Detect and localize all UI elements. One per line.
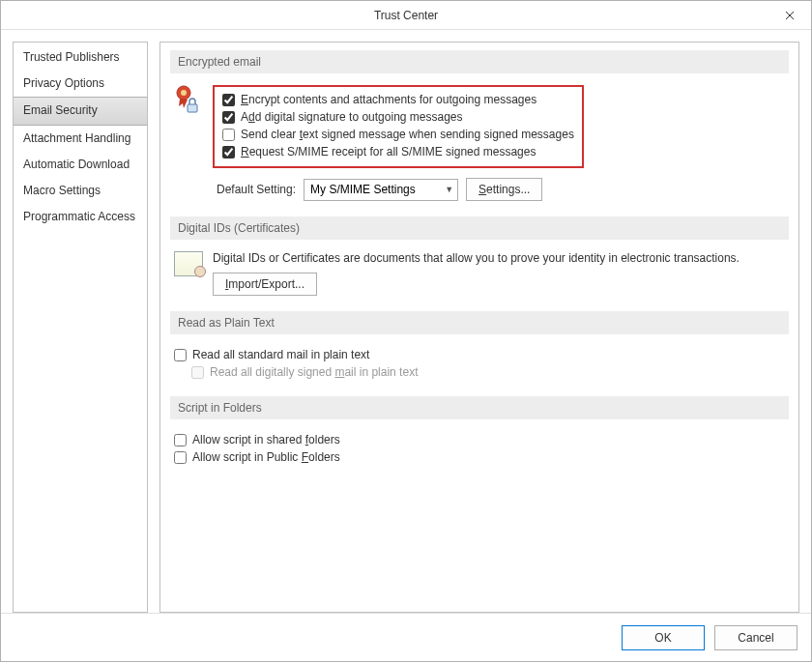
dialog-footer: OK Cancel <box>1 613 811 661</box>
section-digital-ids: Digital IDs or Certificates are document… <box>170 251 789 307</box>
sidebar-item-email-security[interactable]: Email Security <box>14 97 147 125</box>
default-setting-value: My S/MIME Settings <box>310 183 416 196</box>
settings-button[interactable]: Settings... <box>466 178 542 201</box>
checkbox-clear-text[interactable] <box>222 129 235 141</box>
label-script-shared: Allow script in shared folders <box>192 433 340 446</box>
digital-ids-text: Digital IDs or Certificates are document… <box>213 251 740 265</box>
sidebar-item-programmatic-access[interactable]: Programmatic Access <box>14 204 147 230</box>
section-script: Allow script in shared folders Allow scr… <box>170 431 789 477</box>
svg-point-1 <box>181 90 187 96</box>
section-encrypted: Encrypt contents and attachments for out… <box>170 85 789 213</box>
cancel-button[interactable]: Cancel <box>714 625 798 650</box>
sidebar: Trusted Publishers Privacy Options Email… <box>13 42 148 613</box>
chevron-down-icon: ▼ <box>445 185 453 194</box>
checkbox-read-signed-plain <box>191 366 204 379</box>
label-read-signed-plain: Read all digitally signed mail in plain … <box>210 365 418 379</box>
section-header-script: Script in Folders <box>170 396 789 419</box>
option-script-public[interactable]: Allow script in Public Folders <box>174 448 785 466</box>
checkbox-encrypt-contents[interactable] <box>222 94 235 106</box>
content-area: Trusted Publishers Privacy Options Email… <box>1 30 811 613</box>
option-read-standard-plain[interactable]: Read all standard mail in plain text <box>174 346 785 363</box>
section-plain-text: Read all standard mail in plain text Rea… <box>170 346 789 392</box>
close-button[interactable] <box>768 1 811 30</box>
default-setting-row: Default Setting: My S/MIME Settings ▼ Se… <box>217 178 584 201</box>
svg-rect-2 <box>188 104 197 112</box>
section-header-digital-ids: Digital IDs (Certificates) <box>170 216 789 240</box>
option-read-signed-plain: Read all digitally signed mail in plain … <box>191 363 785 381</box>
checkbox-script-shared[interactable] <box>174 434 187 446</box>
checkbox-read-standard-plain[interactable] <box>174 349 187 361</box>
label-script-public: Allow script in Public Folders <box>192 450 340 464</box>
section-header-plain-text: Read as Plain Text <box>170 311 789 334</box>
titlebar: Trust Center <box>1 1 811 30</box>
sidebar-item-automatic-download[interactable]: Automatic Download <box>14 152 147 178</box>
option-clear-text[interactable]: Send clear text signed message when send… <box>222 126 574 143</box>
default-setting-dropdown[interactable]: My S/MIME Settings ▼ <box>304 179 458 201</box>
option-smime-receipt[interactable]: Request S/MIME receipt for all S/MIME si… <box>222 143 574 160</box>
import-export-button[interactable]: Import/Export... <box>213 273 317 296</box>
trust-center-window: Trust Center Trusted Publishers Privacy … <box>0 0 812 662</box>
option-add-signature[interactable]: Add digital signature to outgoing messag… <box>222 108 574 126</box>
default-setting-label: Default Setting: <box>217 183 296 196</box>
main-panel: Encrypted email <box>160 42 799 613</box>
close-icon <box>785 11 795 20</box>
checkbox-add-signature[interactable] <box>222 111 235 124</box>
checkbox-smime-receipt[interactable] <box>222 146 235 158</box>
label-read-standard-plain: Read all standard mail in plain text <box>192 348 369 361</box>
sidebar-item-privacy-options[interactable]: Privacy Options <box>14 71 147 97</box>
sidebar-item-attachment-handling[interactable]: Attachment Handling <box>14 126 147 152</box>
certificate-icon <box>174 251 203 276</box>
ok-button[interactable]: OK <box>622 625 705 650</box>
label-add-signature: Add digital signature to outgoing messag… <box>241 110 463 124</box>
label-encrypt-contents: Encrypt contents and attachments for out… <box>241 93 536 106</box>
label-clear-text: Send clear text signed message when send… <box>241 128 574 141</box>
sidebar-item-macro-settings[interactable]: Macro Settings <box>14 178 147 204</box>
section-header-encrypted: Encrypted email <box>170 50 789 73</box>
option-script-shared[interactable]: Allow script in shared folders <box>174 431 785 448</box>
label-smime-receipt: Request S/MIME receipt for all S/MIME si… <box>241 145 536 158</box>
ribbon-lock-icon <box>174 85 201 201</box>
encrypted-options-highlight: Encrypt contents and attachments for out… <box>213 85 584 168</box>
window-title: Trust Center <box>374 9 438 22</box>
option-encrypt-contents[interactable]: Encrypt contents and attachments for out… <box>222 91 574 108</box>
sidebar-item-trusted-publishers[interactable]: Trusted Publishers <box>14 44 147 71</box>
checkbox-script-public[interactable] <box>174 451 187 464</box>
